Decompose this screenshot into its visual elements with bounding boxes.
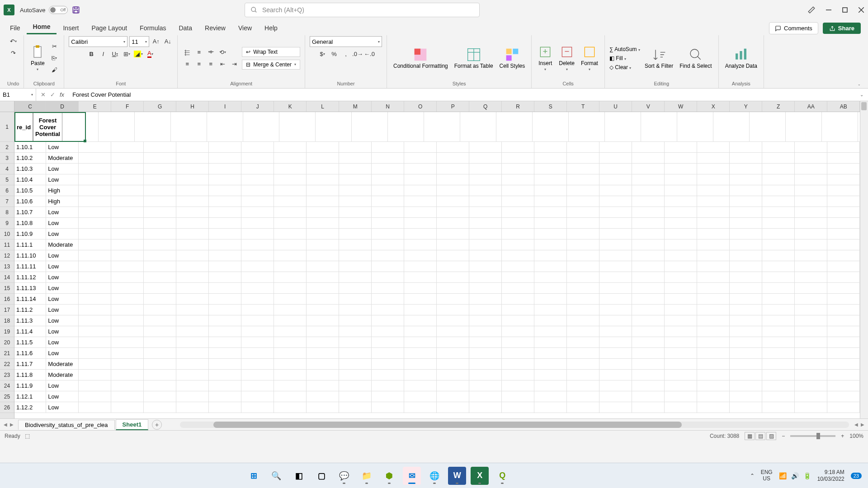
- cell[interactable]: [339, 250, 372, 261]
- cell[interactable]: [730, 402, 762, 413]
- cell[interactable]: [372, 326, 404, 337]
- cell[interactable]: [437, 164, 469, 174]
- cell[interactable]: [176, 391, 209, 402]
- row-header[interactable]: 25: [0, 391, 14, 402]
- cell[interactable]: [567, 348, 599, 359]
- cell[interactable]: Low: [46, 229, 79, 239]
- cell[interactable]: [697, 359, 730, 370]
- format-as-table-button[interactable]: Format as Table: [453, 47, 495, 70]
- cell[interactable]: [241, 294, 274, 305]
- tab-help[interactable]: Help: [258, 22, 284, 34]
- cell[interactable]: [79, 207, 111, 218]
- cell[interactable]: [795, 153, 827, 164]
- align-middle-button[interactable]: ≡: [194, 47, 204, 57]
- cell[interactable]: [404, 294, 437, 305]
- cell[interactable]: [827, 229, 860, 239]
- cell[interactable]: [437, 261, 469, 272]
- cell[interactable]: [665, 391, 697, 402]
- cell[interactable]: [534, 370, 567, 380]
- cell[interactable]: [599, 326, 632, 337]
- cell[interactable]: [307, 142, 339, 153]
- scrollbar-thumb[interactable]: [213, 422, 682, 428]
- cell[interactable]: [111, 283, 144, 294]
- cell[interactable]: [496, 112, 533, 142]
- cell[interactable]: [762, 218, 795, 229]
- cell[interactable]: [307, 337, 339, 348]
- cell[interactable]: [144, 239, 176, 250]
- cell[interactable]: [827, 261, 860, 272]
- cell[interactable]: [437, 348, 469, 359]
- cell[interactable]: [534, 207, 567, 218]
- cell[interactable]: [404, 359, 437, 370]
- cell[interactable]: [274, 359, 307, 370]
- cell[interactable]: [762, 348, 795, 359]
- cell[interactable]: [502, 348, 534, 359]
- cell[interactable]: [534, 305, 567, 315]
- cell[interactable]: [144, 207, 176, 218]
- row-header[interactable]: 13: [0, 261, 14, 272]
- excel-taskbar-icon[interactable]: X: [471, 467, 489, 485]
- row-header[interactable]: 5: [0, 174, 14, 185]
- cell[interactable]: [534, 229, 567, 239]
- cell[interactable]: [437, 294, 469, 305]
- cell[interactable]: [795, 370, 827, 380]
- column-header[interactable]: M: [339, 101, 372, 112]
- cell[interactable]: [241, 402, 274, 413]
- cell[interactable]: Low: [46, 283, 79, 294]
- cell[interactable]: [730, 380, 762, 391]
- cell[interactable]: [567, 305, 599, 315]
- cell[interactable]: [827, 218, 860, 229]
- cell[interactable]: [534, 272, 567, 283]
- cell[interactable]: [469, 391, 502, 402]
- cell[interactable]: [307, 218, 339, 229]
- cell[interactable]: [795, 272, 827, 283]
- cell[interactable]: [762, 370, 795, 380]
- cell[interactable]: [209, 315, 241, 326]
- cell[interactable]: [339, 359, 372, 370]
- cell[interactable]: [144, 391, 176, 402]
- cell[interactable]: [567, 185, 599, 196]
- cell[interactable]: [502, 174, 534, 185]
- column-header[interactable]: J: [241, 101, 274, 112]
- cell[interactable]: 1.11.12: [14, 272, 46, 283]
- cell[interactable]: [697, 391, 730, 402]
- cell[interactable]: [209, 348, 241, 359]
- cell[interactable]: [762, 402, 795, 413]
- cell[interactable]: [339, 153, 372, 164]
- cell[interactable]: [599, 196, 632, 207]
- cell[interactable]: [469, 380, 502, 391]
- increase-decimal-button[interactable]: .0→: [353, 49, 363, 59]
- row-header[interactable]: 22: [0, 359, 14, 370]
- cell[interactable]: [241, 370, 274, 380]
- cell[interactable]: [827, 294, 860, 305]
- cell[interactable]: [437, 380, 469, 391]
- cell[interactable]: [339, 402, 372, 413]
- column-header[interactable]: C: [14, 101, 46, 112]
- cell[interactable]: [665, 229, 697, 239]
- cell[interactable]: [762, 239, 795, 250]
- cell[interactable]: [599, 272, 632, 283]
- cell[interactable]: [404, 174, 437, 185]
- save-icon[interactable]: [71, 5, 80, 14]
- cell[interactable]: Low: [46, 337, 79, 348]
- cell[interactable]: [307, 402, 339, 413]
- cell[interactable]: [241, 153, 274, 164]
- cell[interactable]: [79, 315, 111, 326]
- increase-indent-button[interactable]: ⇥: [229, 59, 239, 69]
- cell[interactable]: [730, 207, 762, 218]
- tab-view[interactable]: View: [232, 22, 258, 34]
- cell[interactable]: [176, 326, 209, 337]
- cell[interactable]: [241, 326, 274, 337]
- taskbar-search-button[interactable]: 🔍: [267, 467, 285, 485]
- widgets-button[interactable]: ▢: [312, 467, 330, 485]
- row-header[interactable]: 12: [0, 250, 14, 261]
- cell[interactable]: [144, 174, 176, 185]
- align-right-button[interactable]: ≡: [206, 59, 216, 69]
- cell[interactable]: [372, 359, 404, 370]
- cell[interactable]: [307, 196, 339, 207]
- cell[interactable]: [339, 207, 372, 218]
- column-header[interactable]: G: [144, 101, 176, 112]
- cell[interactable]: [241, 250, 274, 261]
- minimize-button[interactable]: [826, 7, 832, 13]
- cell[interactable]: [827, 315, 860, 326]
